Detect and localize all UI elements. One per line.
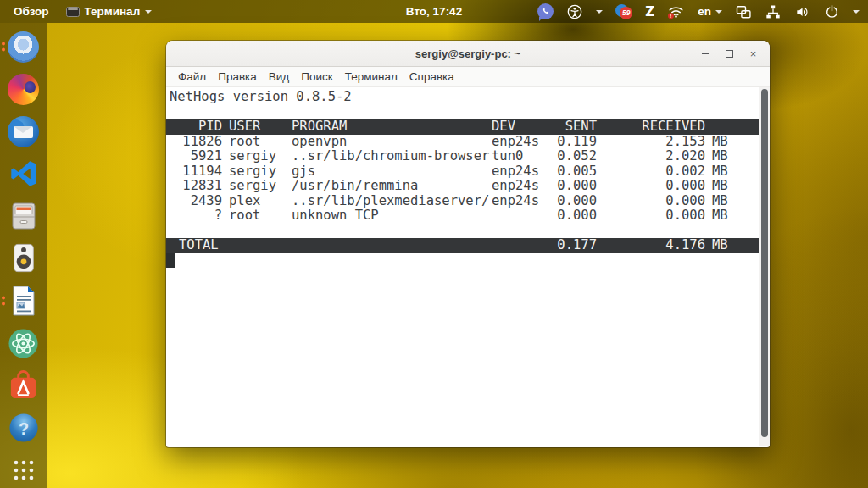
activities-button[interactable]: Обзор <box>8 0 54 23</box>
dock-item-atom[interactable] <box>7 326 41 360</box>
cell-dev: enp24s <box>492 164 546 180</box>
menu-search[interactable]: Поиск <box>295 67 338 87</box>
scrollbar[interactable] <box>759 87 770 446</box>
col-dev: DEV <box>492 119 546 135</box>
running-indicator <box>2 297 5 306</box>
terminal-cursor <box>166 253 175 268</box>
keyboard-layout-label: en <box>698 5 711 18</box>
atom-icon <box>8 328 39 359</box>
table-row: 11826 root openvpn enp24s 0.119 2.153 MB <box>166 135 759 150</box>
badge-count: 59 <box>620 7 632 19</box>
thunderbird-icon <box>8 116 39 147</box>
svg-text:?: ? <box>18 419 28 438</box>
app-menu-label: Терминал <box>85 5 141 18</box>
cell-sent: 0.052 <box>546 149 597 164</box>
total-unit: MB <box>712 238 734 253</box>
cell-pid: 12831 <box>170 179 222 194</box>
window-titlebar[interactable]: sergiy@sergiy-pc: ~ × <box>166 41 770 67</box>
maximize-button[interactable] <box>721 46 737 62</box>
cell-sent: 0.005 <box>546 164 597 180</box>
cell-unit: MB <box>712 135 734 150</box>
dock-item-snap-store[interactable] <box>7 369 41 402</box>
menu-terminal[interactable]: Терминал <box>339 67 403 87</box>
close-button[interactable]: × <box>745 46 761 62</box>
dock-item-files[interactable] <box>7 199 41 233</box>
cell-received: 0.002 <box>597 164 705 180</box>
screen-share-icon[interactable] <box>735 3 752 20</box>
app-menu[interactable]: Терминал <box>61 0 158 23</box>
network-wired-icon[interactable] <box>765 3 782 20</box>
minimize-button[interactable] <box>698 46 714 62</box>
cell-user: root <box>229 135 292 150</box>
menu-edit[interactable]: Правка <box>212 67 263 87</box>
cell-dev: enp24s <box>492 179 546 194</box>
z-icon[interactable]: Z <box>645 4 654 19</box>
nethogs-output: NetHogs version 0.8.5-2 PID USER PROGRAM… <box>166 87 759 446</box>
blank-line <box>166 105 759 120</box>
table-row: ? root unknown TCP 0.000 0.000 MB <box>166 208 759 224</box>
notification-badge-icon[interactable]: 59 <box>615 4 632 19</box>
cell-user: sergiy <box>229 164 292 180</box>
cell-dev <box>492 208 546 224</box>
cell-sent: 0.119 <box>546 135 597 150</box>
top-bar: Обзор Терминал Вто, 17:42 <box>0 0 868 23</box>
power-icon[interactable] <box>824 3 840 19</box>
snap-store-icon <box>8 370 39 402</box>
dock-item-audio-player[interactable] <box>7 241 41 275</box>
keyboard-layout-indicator[interactable]: en <box>698 5 722 18</box>
total-label: TOTAL <box>170 238 546 253</box>
cell-program: unknown TCP <box>292 208 492 224</box>
firefox-icon <box>8 74 39 105</box>
cell-dev: tun0 <box>492 149 546 164</box>
clock[interactable]: Вто, 17:42 <box>401 0 467 23</box>
nethogs-total-row: TOTAL 0.177 4.176 MB <box>166 238 759 253</box>
table-row: 11194 sergiy gjs enp24s 0.005 0.002 MB <box>166 164 759 180</box>
col-user: USER <box>229 119 292 135</box>
maximize-icon <box>726 50 733 58</box>
menu-view[interactable]: Вид <box>263 67 295 87</box>
accessibility-icon[interactable] <box>566 3 583 20</box>
dock-item-chromium[interactable] <box>7 30 41 64</box>
show-apps-grid-icon <box>11 458 36 483</box>
cell-received: 2.153 <box>597 135 705 150</box>
running-indicator <box>2 42 5 52</box>
dock-item-thunderbird[interactable] <box>7 114 41 148</box>
cell-program: /usr/bin/remmina <box>292 179 492 194</box>
dock-item-vscode[interactable] <box>7 157 41 191</box>
cell-pid: 2439 <box>170 194 222 209</box>
cell-pid: 5921 <box>170 149 222 164</box>
scrollbar-thumb[interactable] <box>761 89 768 437</box>
col-unit <box>712 119 734 135</box>
cell-unit: MB <box>712 179 734 194</box>
top-bar-left: Обзор Терминал <box>8 0 157 23</box>
top-bar-tray: 59 Z ! en <box>537 3 860 20</box>
terminal-content[interactable]: NetHogs version 0.8.5-2 PID USER PROGRAM… <box>166 87 770 446</box>
menu-help[interactable]: Справка <box>403 67 460 87</box>
cell-pid: 11194 <box>170 164 222 180</box>
cell-received: 0.000 <box>597 179 705 194</box>
menu-file[interactable]: Файл <box>172 67 212 87</box>
viber-icon[interactable] <box>537 3 554 19</box>
svg-text:!: ! <box>670 14 672 19</box>
cell-unit: MB <box>712 149 734 164</box>
vscode-icon <box>8 158 39 189</box>
cell-sent: 0.000 <box>546 179 597 194</box>
cell-received: 0.000 <box>597 194 705 209</box>
dock-item-show-applications[interactable] <box>7 453 41 487</box>
chevron-down-icon <box>596 10 603 14</box>
cell-dev: enp24s <box>492 194 546 209</box>
chevron-down-icon <box>853 10 860 14</box>
dock-item-help[interactable]: ? <box>7 411 41 445</box>
table-row: 2439 plex ..sr/lib/plexmediaserver/ enp2… <box>166 194 759 209</box>
dock-item-firefox[interactable] <box>7 72 41 106</box>
volume-icon[interactable] <box>794 3 811 20</box>
blank-line <box>166 224 759 239</box>
nethogs-rows: 11826 root openvpn enp24s 0.119 2.153 MB… <box>166 135 759 224</box>
chevron-down-icon <box>145 10 152 14</box>
cell-user: sergiy <box>229 179 292 194</box>
desktop: Обзор Терминал Вто, 17:42 <box>0 0 868 488</box>
cell-unit: MB <box>712 194 734 209</box>
dock-item-libreoffice-writer[interactable] <box>7 284 41 318</box>
total-sent: 0.177 <box>546 238 597 253</box>
wifi-alert-icon[interactable]: ! <box>667 3 685 19</box>
